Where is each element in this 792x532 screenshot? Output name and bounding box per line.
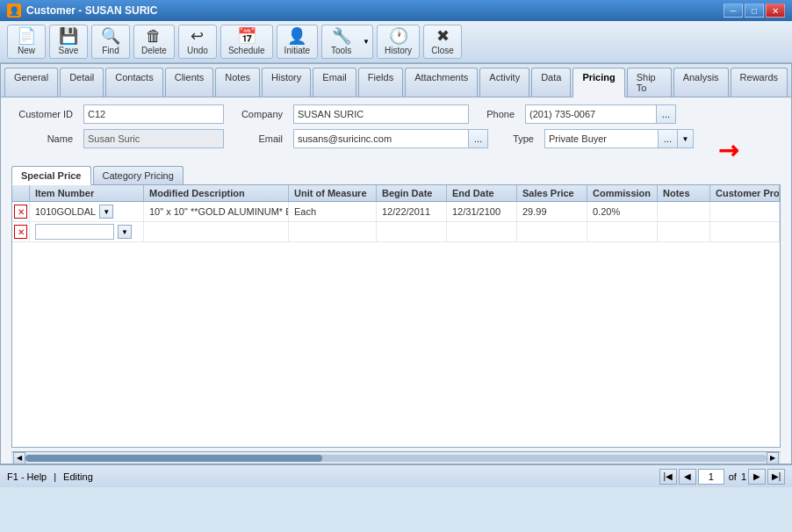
close-window-button[interactable]: ✕ [766, 4, 785, 18]
page-number-input[interactable] [698, 469, 724, 485]
grid-row2-actions: ✕ [12, 222, 30, 241]
new-button[interactable]: 📄 New [7, 25, 46, 59]
mod-desc-value: 10" x 10" **GOLD ALUMINUM* Engra [149, 206, 289, 217]
close-icon: ✖ [436, 28, 450, 44]
window-controls: ─ □ ✕ [724, 4, 785, 18]
type-lookup-button[interactable]: … [659, 129, 678, 148]
customer-id-label: Customer ID [11, 109, 73, 119]
initiate-button[interactable]: 👤 Initiate [277, 25, 318, 59]
begin-date-value: 12/22/2011 [382, 206, 430, 217]
tab-analysis[interactable]: Analysis [673, 68, 729, 97]
form-row-1: Customer ID Company Phone … [11, 104, 781, 124]
nav-next-button[interactable]: ▶ [748, 469, 766, 485]
nav-last-button[interactable]: ▶| [767, 469, 785, 485]
item-number2-dropdown[interactable]: ▼ [118, 225, 132, 239]
tab-clients[interactable]: Clients [165, 68, 214, 97]
initiate-icon: 👤 [287, 28, 306, 44]
grid-cell-mod-desc: 10" x 10" **GOLD ALUMINUM* Engra [144, 202, 289, 221]
tab-notes[interactable]: Notes [215, 68, 260, 97]
tools-button-group[interactable]: 🔧 Tools ▼ [321, 25, 373, 59]
status-left: F1 - Help | Editing [7, 471, 93, 482]
phone-label: Phone [479, 109, 515, 119]
schedule-button[interactable]: 📅 Schedule [220, 25, 273, 59]
tools-button[interactable]: 🔧 Tools [321, 25, 360, 59]
title-bar: 👤 Customer - SUSAN SURIC ─ □ ✕ [0, 0, 792, 21]
item-number-input[interactable] [35, 224, 114, 240]
grid-row-actions: ✕ [12, 202, 30, 221]
grid-cell-uom: Each [289, 202, 377, 221]
scroll-right-button[interactable]: ▶ [767, 452, 779, 464]
grid-header: Item Number Modified Description Unit of… [12, 185, 780, 202]
nav-prev-button[interactable]: ◀ [679, 469, 696, 485]
main-content: General Detail Contacts Clients Notes Hi… [0, 63, 792, 464]
tab-pricing[interactable]: Pricing [572, 68, 624, 97]
maximize-button[interactable]: □ [745, 4, 764, 18]
scrollbar-track[interactable] [25, 455, 767, 462]
sub-tab-category-pricing[interactable]: Category Pricing [93, 166, 184, 184]
tab-contacts[interactable]: Contacts [105, 68, 162, 97]
close-button[interactable]: ✖ Close [423, 25, 462, 59]
name-field[interactable] [83, 129, 224, 148]
delete-icon: 🗑 [146, 28, 162, 44]
row-delete-button[interactable]: ✕ [14, 205, 27, 219]
email-field[interactable] [293, 129, 469, 148]
grid-header-notes: Notes [658, 185, 710, 201]
grid-header-sales-price: Sales Price [517, 185, 587, 201]
grid-cell-item-number: 1010GOLDAL ▼ [30, 202, 144, 221]
schedule-icon: 📅 [237, 28, 256, 44]
page-of-label: of [729, 471, 737, 482]
grid-cell2-uom [289, 222, 377, 241]
grid-header-mod-desc: Modified Description [144, 185, 289, 201]
end-date-value: 12/31/2100 [452, 206, 500, 217]
type-field-group: … ▼ [544, 129, 694, 148]
delete-button[interactable]: 🗑 Delete [133, 25, 175, 59]
editing-status: Editing [63, 471, 93, 482]
tab-history[interactable]: History [262, 68, 311, 97]
customer-id-field[interactable] [83, 104, 224, 124]
uom-value: Each [294, 206, 316, 217]
scroll-left-button[interactable]: ◀ [13, 452, 25, 464]
scrollbar-thumb[interactable] [25, 455, 322, 462]
tab-shipto[interactable]: Ship To [627, 68, 672, 97]
status-bar: F1 - Help | Editing |◀ ◀ of 1 ▶ ▶| [0, 464, 792, 487]
tab-email[interactable]: Email [313, 68, 356, 97]
item-number-dropdown[interactable]: ▼ [99, 205, 113, 219]
phone-lookup-button[interactable]: … [657, 104, 676, 124]
grid-cell2-notes [658, 222, 710, 241]
sub-tabs: Special Price Category Pricing [1, 161, 791, 184]
tab-fields[interactable]: Fields [358, 68, 403, 97]
phone-field[interactable] [525, 104, 657, 124]
tab-activity[interactable]: Activity [479, 68, 529, 97]
grid-header-end-date: End Date [447, 185, 517, 201]
type-field[interactable] [544, 129, 659, 148]
grid-header-customer-proc: Customer Proc [710, 185, 780, 201]
minimize-button[interactable]: ─ [724, 4, 743, 18]
tab-general[interactable]: General [4, 68, 58, 97]
tab-rewards[interactable]: Rewards [731, 68, 788, 97]
company-field[interactable] [293, 104, 469, 124]
name-label: Name [11, 133, 73, 144]
sub-tab-special-price[interactable]: Special Price [11, 166, 91, 185]
new-icon: 📄 [17, 28, 36, 44]
tools-dropdown-arrow[interactable]: ▼ [360, 25, 373, 59]
grid-container: Item Number Modified Description Unit of… [11, 184, 781, 448]
grid-cell2-begin-date [377, 222, 447, 241]
phone-field-group: … [525, 104, 676, 124]
email-label: Email [234, 133, 283, 144]
save-button[interactable]: 💾 Save [49, 25, 88, 59]
history-button[interactable]: 🕐 History [377, 25, 420, 59]
pagination-nav: |◀ ◀ of 1 ▶ ▶| [659, 469, 785, 485]
grid-header-actions [12, 185, 30, 201]
type-dropdown-button[interactable]: ▼ [678, 129, 694, 148]
tab-detail[interactable]: Detail [60, 68, 104, 97]
grid-header-commission: Commission [587, 185, 658, 201]
table-row: ✕ 1010GOLDAL ▼ 10" x 10" **GOLD ALUMINUM… [12, 202, 780, 222]
horizontal-scrollbar[interactable]: ◀ ▶ [11, 451, 781, 464]
tab-attachments[interactable]: Attachments [405, 68, 478, 97]
row2-delete-button[interactable]: ✕ [14, 225, 27, 239]
find-button[interactable]: 🔍 Find [91, 25, 130, 59]
email-lookup-button[interactable]: … [469, 129, 488, 148]
tab-data[interactable]: Data [531, 68, 571, 97]
undo-button[interactable]: ↩ Undo [178, 25, 217, 59]
nav-first-button[interactable]: |◀ [659, 469, 677, 485]
